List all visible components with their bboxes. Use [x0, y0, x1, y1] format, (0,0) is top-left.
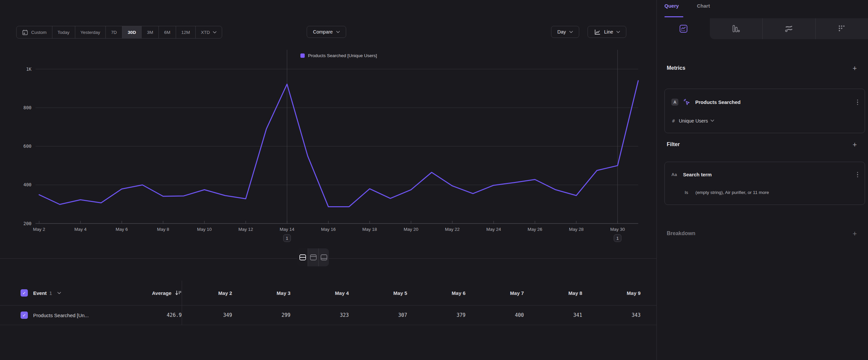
filter-property-name[interactable]: Search term	[683, 172, 712, 177]
table-cell-value: 341	[532, 312, 590, 318]
aggregation-prefix: #	[672, 118, 675, 123]
chevron-down-icon	[616, 31, 620, 33]
range-button-xtd[interactable]: XTD	[196, 26, 222, 38]
table-cell-value: 400	[474, 312, 532, 318]
chart-series-line	[39, 81, 638, 207]
add-metric-button[interactable]: +	[851, 64, 859, 73]
report-type-tabs	[657, 18, 868, 39]
x-tick-label: May 28	[569, 227, 584, 232]
row-checkbox[interactable]: ✓	[21, 311, 28, 319]
range-button-6m[interactable]: 6M	[159, 26, 176, 38]
range-button-yesterday[interactable]: Yesterday	[75, 26, 106, 38]
aggregation-value: Unique Users	[679, 118, 708, 123]
chart-type-button[interactable]: Line	[588, 26, 626, 38]
tab-chart[interactable]: Chart	[697, 3, 710, 9]
range-button-12m[interactable]: 12M	[176, 26, 196, 38]
calendar-icon	[22, 29, 28, 35]
range-label: Custom	[31, 30, 47, 35]
breakdown-table: ✓ Event 1 Average May 2May 3May 4May 5Ma…	[0, 281, 656, 325]
table-col-header: May 7	[474, 290, 532, 296]
table-row: ✓ Products Searched [Un... 426.9 3492993…	[0, 306, 656, 325]
filter-operator[interactable]: Is	[685, 190, 688, 195]
bar-chart-icon	[732, 24, 740, 33]
sort-descending-icon[interactable]	[175, 290, 182, 296]
range-label: Yesterday	[81, 30, 100, 35]
metrics-section-title: Metrics	[667, 65, 685, 71]
range-button-7d[interactable]: 7D	[106, 26, 122, 38]
event-column-label: Event	[33, 290, 47, 296]
flows-report-tab[interactable]	[762, 18, 815, 39]
add-breakdown-button[interactable]: +	[851, 230, 859, 238]
chevron-down-icon	[711, 119, 714, 122]
chevron-down-icon[interactable]	[57, 292, 61, 294]
granularity-button[interactable]: Day	[551, 26, 579, 38]
x-tick-label: May 30	[610, 227, 625, 232]
series-letter-badge: A	[672, 99, 678, 106]
table-cell-value: 307	[357, 312, 415, 318]
range-label: Today	[58, 30, 70, 35]
split-view-button[interactable]	[298, 248, 308, 266]
x-tick-label: May 20	[403, 227, 418, 232]
metric-event-name[interactable]: Products Searched	[695, 99, 741, 105]
dots-grid-icon	[837, 24, 846, 33]
range-button-today[interactable]: Today	[52, 26, 75, 38]
range-label: 30D	[128, 30, 136, 35]
table-cell-value: 379	[415, 312, 474, 318]
event-cursor-icon	[683, 98, 691, 106]
table-header-row: ✓ Event 1 Average May 2May 3May 4May 5Ma…	[0, 281, 656, 306]
x-tick-label: May 8	[157, 227, 169, 232]
metric-options-kebab-icon[interactable]	[856, 98, 860, 107]
y-tick-label: 600	[24, 143, 31, 149]
range-label: 7D	[111, 30, 117, 35]
table-col-header: May 2	[182, 290, 240, 296]
chevron-down-icon	[213, 31, 217, 33]
table-col-header: May 9	[590, 290, 649, 296]
range-button-3m[interactable]: 3M	[142, 26, 159, 38]
row-average-value: 426.9	[167, 312, 182, 318]
add-filter-button[interactable]: +	[851, 141, 859, 149]
chevron-down-icon	[336, 31, 340, 33]
range-label: 6M	[164, 30, 170, 35]
x-tick-label: May 10	[197, 227, 212, 232]
event-count: 1	[50, 290, 52, 296]
x-tick-label: May 16	[321, 227, 336, 232]
table-cell-value: 349	[182, 312, 240, 318]
chart-only-view-button[interactable]	[308, 248, 319, 266]
flows-icon	[784, 24, 794, 33]
range-button-custom[interactable]: Custom	[17, 26, 52, 38]
layout-toggle-group	[298, 248, 329, 266]
table-cell-value: 343	[590, 312, 649, 318]
granularity-label: Day	[557, 29, 566, 34]
x-tick-label: May 12	[238, 227, 253, 232]
chevron-down-icon	[569, 31, 573, 33]
filter-value[interactable]: (empty string), Air purifier, or 11 more	[695, 190, 769, 195]
average-column-label: Average	[152, 290, 172, 296]
range-button-30d[interactable]: 30D	[122, 26, 142, 38]
y-tick-label: 1K	[26, 66, 32, 72]
filter-section-title: Filter	[667, 141, 680, 147]
compare-button[interactable]: Compare	[307, 26, 346, 38]
chart-type-label: Line	[604, 29, 613, 34]
insights-report-tab[interactable]	[657, 18, 710, 39]
x-tick-label: May 24	[486, 227, 501, 232]
x-tick-label: May 26	[527, 227, 542, 232]
line-chart[interactable]: 1K800600400200May 2May 4May 6May 8May 10…	[0, 47, 656, 252]
select-all-checkbox[interactable]: ✓	[21, 289, 28, 297]
row-series-name: Products Searched [Un...	[33, 312, 89, 318]
x-tick-label: May 22	[445, 227, 460, 232]
filter-options-kebab-icon[interactable]	[856, 170, 860, 179]
metrics-grid-report-tab[interactable]	[815, 18, 868, 39]
range-label: XTD	[201, 30, 210, 35]
table-cell-value: 323	[299, 312, 357, 318]
active-tab-underline	[664, 16, 683, 17]
y-tick-label: 400	[24, 182, 31, 187]
filter-card[interactable]: Aa Search term Is (empty string), Air pu…	[664, 162, 865, 205]
table-only-view-button[interactable]	[319, 248, 329, 266]
tab-query[interactable]: Query	[664, 3, 679, 9]
x-tick-label: May 18	[362, 227, 377, 232]
aggregation-selector[interactable]: Unique Users	[679, 118, 714, 123]
funnels-report-tab[interactable]	[710, 18, 763, 39]
table-col-header: May 4	[299, 290, 357, 296]
table-col-header: May 5	[357, 290, 415, 296]
metric-card[interactable]: A Products Searched # Unique Users	[664, 89, 865, 133]
